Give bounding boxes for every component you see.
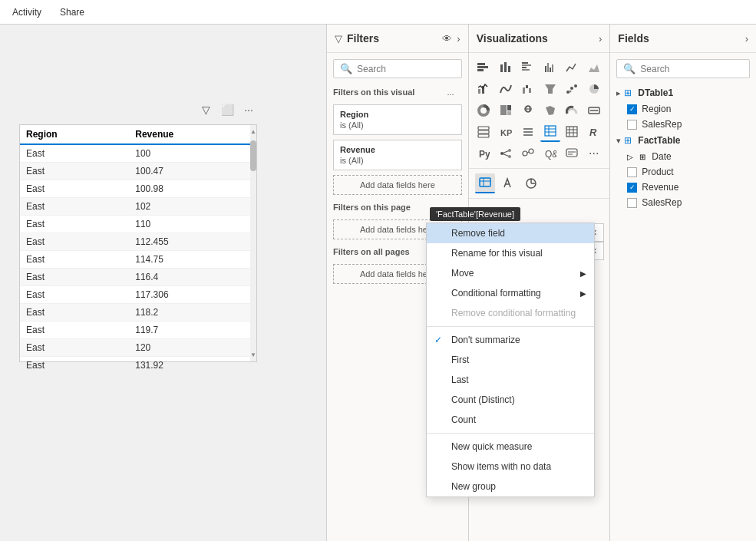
on-visual-section-header: Filters on this visual ... [327, 84, 468, 100]
decomp-tree-icon[interactable] [496, 143, 516, 163]
line-stacked-icon[interactable] [474, 79, 494, 99]
r-visual-icon[interactable]: R [584, 122, 604, 142]
clustered-bar-icon[interactable] [518, 58, 538, 78]
table-row: East118.2 [20, 304, 256, 322]
main-layout: ▽ ⬜ ··· Region Revenue East100East100.47… [0, 25, 756, 541]
canvas-area: ▽ ⬜ ··· Region Revenue East100East100.47… [0, 25, 326, 541]
dtable1-group-header[interactable]: ▸ ⊞ DTable1 [610, 84, 756, 101]
kpi-icon[interactable]: KPI [496, 122, 516, 142]
context-menu-item-count-distinct[interactable]: Count (Distinct) [427, 390, 594, 410]
context-menu-item-new-quick-measure[interactable]: New quick measure [427, 437, 594, 457]
more-visuals-icon[interactable]: ··· [584, 143, 604, 163]
smart-narrative-icon[interactable] [562, 143, 582, 163]
table-row: East102 [20, 198, 256, 216]
filter-icon[interactable]: ▽ [198, 102, 213, 117]
add-fields-visual-btn[interactable]: Add data fields here [333, 175, 462, 195]
treemap-icon[interactable] [496, 101, 516, 120]
field-revenue[interactable]: ✓ Revenue [610, 180, 756, 195]
waterfall-icon[interactable] [518, 79, 538, 99]
matrix-icon[interactable] [562, 122, 582, 142]
fields-panel: Fields › 🔍 ▸ ⊞ DTable1 ✓ Region [610, 25, 756, 541]
viz-title: Visualizations [477, 32, 594, 45]
fields-expand-icon[interactable]: › [745, 33, 748, 45]
fields-search-box[interactable]: 🔍 [616, 59, 750, 78]
line-chart-icon[interactable] [562, 58, 582, 78]
context-menu-item-move[interactable]: Move▶ [427, 263, 594, 283]
python-icon[interactable]: Py [474, 143, 494, 163]
field-revenue-label: Revenue [642, 182, 678, 193]
on-visual-more[interactable]: ... [447, 87, 462, 97]
context-menu-item-show-items-with-no-data[interactable]: Show items with no data [427, 457, 594, 477]
field-region[interactable]: ✓ Region [610, 101, 756, 117]
scroll-thumb[interactable] [250, 140, 256, 171]
cell-revenue: 120 [129, 339, 256, 357]
share-button[interactable]: Share [54, 5, 91, 19]
svg-rect-7 [522, 64, 531, 66]
revenue-filter-item[interactable]: Revenue is (All) [333, 140, 462, 170]
stacked-column-icon[interactable] [496, 58, 516, 78]
field-product-checkbox[interactable] [627, 167, 637, 177]
format-sub-icon[interactable] [498, 173, 518, 193]
svg-rect-36 [478, 130, 489, 134]
facttable-group-header[interactable]: ▾ ⊞ FactTable [610, 132, 756, 149]
table-row: East114.75 [20, 251, 256, 269]
gauge-icon[interactable] [562, 101, 582, 120]
fields-sub-icon[interactable] [475, 173, 495, 193]
svg-rect-9 [522, 69, 530, 71]
clustered-column-icon[interactable] [540, 58, 560, 78]
table-row: East112.455 [20, 233, 256, 251]
filters-search-input[interactable] [357, 64, 469, 74]
slicer-icon[interactable] [518, 122, 538, 142]
stacked-bar-icon[interactable] [474, 58, 494, 78]
viz-expand-icon[interactable]: › [599, 33, 602, 45]
more-options-icon[interactable]: ··· [241, 102, 256, 117]
cell-region: East [20, 233, 129, 251]
context-menu-item-count[interactable]: Count [427, 410, 594, 430]
donut-icon[interactable] [474, 101, 494, 120]
field-salesrep-fact-checkbox[interactable] [627, 198, 637, 208]
qa-icon[interactable]: Q&A [540, 143, 560, 163]
filter-funnel-icon[interactable]: ▽ [335, 33, 342, 45]
filled-map-icon[interactable] [540, 101, 560, 120]
filters-expand-icon[interactable]: › [457, 33, 460, 45]
context-menu-item-conditional-formatting[interactable]: Conditional formatting▶ [427, 283, 594, 303]
scroll-up[interactable]: ▲ [250, 128, 256, 135]
field-salesrep-dtable-checkbox[interactable] [627, 120, 637, 130]
region-filter-item[interactable]: Region is (All) [333, 104, 462, 135]
map-icon[interactable] [518, 101, 538, 120]
context-menu-item-first[interactable]: First [427, 350, 594, 370]
context-menu-item-new-group[interactable]: New group [427, 477, 594, 496]
area-chart-icon[interactable] [584, 58, 604, 78]
field-revenue-checkbox[interactable]: ✓ [627, 183, 637, 193]
analytics-sub-icon[interactable] [521, 173, 541, 193]
field-product[interactable]: Product [610, 164, 756, 180]
ribbon-chart-icon[interactable] [496, 79, 516, 99]
funnel-icon[interactable] [540, 79, 560, 99]
fields-title: Fields [618, 32, 740, 45]
svg-rect-35 [478, 127, 489, 130]
field-region-checkbox[interactable]: ✓ [627, 104, 637, 114]
multi-row-card-icon[interactable] [474, 122, 494, 142]
field-salesrep-fact[interactable]: SalesRep [610, 195, 756, 210]
svg-text:R: R [589, 127, 597, 138]
context-menu-item-rename-for-this-visual[interactable]: Rename for this visual [427, 243, 594, 263]
table-row: East100.47 [20, 163, 256, 180]
pie-chart-icon[interactable] [584, 79, 604, 99]
scroll-down[interactable]: ▼ [250, 351, 256, 358]
key-influencers-icon[interactable] [518, 143, 538, 163]
activity-button[interactable]: Activity [6, 5, 48, 19]
fields-search-input[interactable] [640, 64, 755, 74]
filters-eye-icon[interactable]: 👁 [442, 33, 452, 45]
scroll-bar[interactable]: ▲ ▼ [250, 125, 256, 361]
field-date[interactable]: ▷ ⊞ Date [610, 149, 756, 164]
table-icon[interactable] [540, 122, 560, 142]
focus-mode-icon[interactable]: ⬜ [220, 102, 235, 117]
context-menu-item-dont-summarize[interactable]: ✓Don't summarize [427, 330, 594, 350]
field-salesrep-dtable[interactable]: SalesRep [610, 117, 756, 132]
svg-rect-62 [566, 149, 577, 157]
context-menu-item-last[interactable]: Last [427, 370, 594, 390]
context-menu-item-remove-field[interactable]: Remove field [427, 223, 594, 243]
card-icon[interactable] [584, 101, 604, 120]
filters-search-box[interactable]: 🔍 [333, 59, 462, 78]
scatter-icon[interactable] [562, 79, 582, 99]
